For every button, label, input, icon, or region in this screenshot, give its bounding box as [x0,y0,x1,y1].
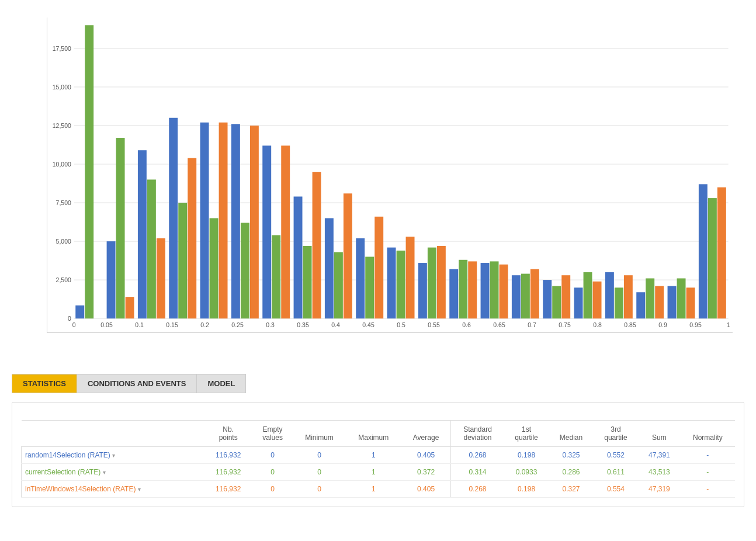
svg-rect-41 [116,138,125,318]
svg-rect-37 [75,306,84,318]
col-header-name [22,421,204,447]
svg-rect-70 [418,263,427,318]
svg-text:0.9: 0.9 [658,322,667,328]
col-header-average: Average [401,421,451,447]
chart-area: 02,5005,0007,50010,00012,50015,00017,500… [6,6,750,368]
row-sum-2: 47,319 [638,481,680,498]
row-q1-0: 0.198 [504,447,549,464]
chart-inner: 02,5005,0007,50010,00012,50015,00017,500… [47,18,733,333]
tab-model[interactable]: MODEL [196,374,246,393]
row-nb-points-0: 116,932 [204,447,252,464]
svg-text:0.1: 0.1 [135,322,144,328]
svg-text:0.4: 0.4 [331,322,340,328]
svg-text:0.2: 0.2 [200,322,209,328]
row-median-1: 0.286 [549,464,593,481]
svg-rect-77 [490,261,499,318]
svg-rect-66 [374,217,383,318]
svg-text:7,500: 7,500 [56,200,71,206]
svg-rect-81 [530,269,539,319]
svg-rect-68 [397,251,405,318]
svg-rect-52 [231,124,240,318]
svg-rect-46 [169,118,178,318]
svg-rect-51 [219,123,228,319]
row-name-2[interactable]: inTimeWindows14Selection (RATE) ▾ [22,481,204,498]
svg-rect-40 [107,241,116,318]
svg-rect-92 [646,278,654,318]
stats-table: Nb.points Emptyvalues Minimum Maximum Av… [21,420,735,498]
svg-rect-84 [561,275,570,318]
svg-rect-64 [356,238,365,318]
svg-text:15,000: 15,000 [53,84,71,91]
row-std-1: 0.314 [451,464,504,481]
svg-rect-90 [624,275,633,318]
row-name-0[interactable]: random14Selection (RATE) ▾ [22,447,204,464]
svg-text:0.15: 0.15 [166,322,178,328]
main-container: 02,5005,0007,50010,00012,50015,00017,500… [0,0,756,541]
svg-rect-45 [157,238,165,318]
svg-rect-43 [138,150,147,318]
svg-rect-44 [147,179,156,318]
svg-text:17,500: 17,500 [53,46,71,52]
col-header-maximum: Maximum [346,421,401,447]
svg-rect-55 [262,145,271,318]
row-empty-2: 0 [252,481,293,498]
svg-rect-56 [272,235,280,318]
svg-text:0.5: 0.5 [397,322,405,328]
svg-rect-83 [552,286,561,318]
row-q3-1: 0.611 [594,464,638,481]
svg-text:12,500: 12,500 [53,123,71,129]
row-q1-2: 0.198 [504,481,549,498]
row-sum-1: 43,513 [638,464,680,481]
row-name-1[interactable]: currentSelection (RATE) ▾ [22,464,204,481]
row-avg-1: 0.372 [401,464,451,481]
svg-rect-82 [543,280,552,318]
table-row: currentSelection (RATE) ▾ 116,932 0 0 1 … [22,464,736,481]
svg-rect-78 [500,265,508,318]
row-max-1: 1 [346,464,401,481]
svg-rect-38 [85,25,93,318]
svg-rect-61 [325,218,334,318]
table-row: inTimeWindows14Selection (RATE) ▾ 116,93… [22,481,736,498]
svg-rect-95 [677,278,686,318]
svg-text:0.25: 0.25 [231,322,244,328]
row-sum-0: 47,391 [638,447,680,464]
svg-text:1: 1 [727,322,730,328]
svg-rect-73 [449,269,458,319]
tab-statistics[interactable]: STATISTICS [12,374,77,393]
svg-rect-91 [636,292,645,318]
table-row: random14Selection (RATE) ▾ 116,932 0 0 1… [22,447,736,464]
row-min-2: 0 [293,481,345,498]
svg-text:0.8: 0.8 [593,322,602,328]
row-max-2: 1 [346,481,401,498]
svg-text:0.05: 0.05 [100,322,113,328]
row-median-0: 0.325 [549,447,593,464]
svg-rect-65 [365,256,374,318]
svg-rect-85 [574,287,583,318]
svg-rect-76 [481,263,490,318]
svg-rect-79 [512,275,521,318]
svg-rect-49 [200,123,209,319]
svg-text:0.6: 0.6 [462,322,471,328]
svg-text:0.45: 0.45 [362,322,374,328]
col-header-normality: Normality [681,421,735,447]
row-q3-0: 0.552 [594,447,638,464]
tabs-row: STATISTICS CONDITIONS AND EVENTS MODEL [6,368,750,393]
tab-conditions-events[interactable]: CONDITIONS AND EVENTS [77,374,197,393]
svg-rect-88 [605,272,614,318]
svg-text:2,500: 2,500 [56,277,71,283]
row-std-2: 0.268 [451,481,504,498]
row-normality-1: - [681,464,735,481]
svg-rect-74 [459,260,467,318]
svg-rect-75 [468,261,477,318]
svg-rect-86 [584,272,592,318]
svg-rect-48 [188,158,196,318]
svg-rect-97 [699,184,708,318]
row-normality-0: - [681,447,735,464]
row-min-0: 0 [293,447,345,464]
svg-rect-69 [406,237,415,318]
row-empty-0: 0 [252,447,293,464]
row-empty-1: 0 [252,464,293,481]
svg-rect-63 [344,193,352,318]
svg-rect-67 [387,248,396,319]
col-header-nb-points: Nb.points [204,421,252,447]
